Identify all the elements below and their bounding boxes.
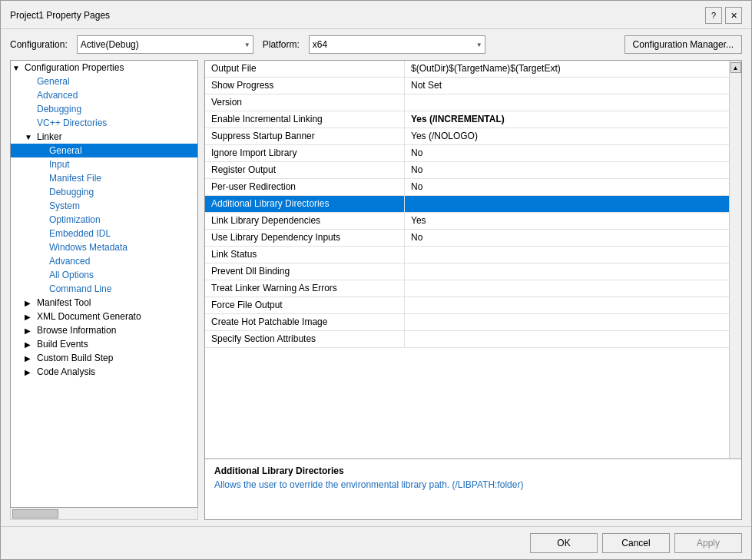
prop-row[interactable]: Create Hot Patchable Image [205,314,729,331]
prop-name: Link Library Dependencies [205,213,405,229]
prop-row[interactable]: Force File Output [205,297,729,314]
tree-item-linker-advanced[interactable]: Advanced [11,254,197,268]
tree-item-linker-optimization[interactable]: Optimization [11,213,197,227]
tree-expander-custom-build-step: ▶ [25,354,37,363]
platform-select[interactable]: x64 [309,35,485,54]
help-button[interactable]: ? [705,7,722,24]
tree-item-linker-manifest[interactable]: Manifest File [11,171,197,185]
tree-item-advanced[interactable]: Advanced [11,88,197,102]
tree-label-manifest-tool: Manifest Tool [37,297,91,308]
tree-label-linker-embedded-idl: Embedded IDL [49,228,111,239]
tree-item-custom-build-step[interactable]: ▶Custom Build Step [11,351,197,365]
apply-button[interactable]: Apply [674,533,742,553]
props-grid: Output File$(OutDir)$(TargetName)$(Targe… [205,61,729,458]
property-pages-dialog: Project1 Property Pages ? ✕ Configuratio… [0,0,752,560]
prop-name: Enable Incremental Linking [205,111,405,128]
tree-item-linker-general[interactable]: General [11,144,197,157]
prop-row[interactable]: Show ProgressNot Set [205,78,729,94]
tree-expander-config-props: ▼ [12,64,25,72]
tree-item-linker-embedded-idl[interactable]: Embedded IDL [11,227,197,240]
tree-expander-linker: ▼ [25,133,37,141]
prop-row[interactable]: Register OutputNo [205,162,729,179]
prop-value: Not Set [405,78,729,94]
tree-label-linker: Linker [37,131,62,142]
tree-item-linker-input[interactable]: Input [11,157,197,171]
dialog-title: Project1 Property Pages [10,10,110,21]
prop-value: $(OutDir)$(TargetName)$(TargetExt) [405,61,729,77]
title-bar: Project1 Property Pages ? ✕ [1,1,751,29]
tree-label-linker-all-options: All Options [49,270,94,280]
tree-item-manifest-tool[interactable]: ▶Manifest Tool [11,296,197,310]
prop-row[interactable]: Additional Library Directories [205,196,729,213]
close-button[interactable]: ✕ [725,7,742,24]
prop-value [405,314,729,330]
tree-item-linker-system[interactable]: System [11,199,197,213]
prop-row[interactable]: Per-user RedirectionNo [205,179,729,196]
prop-name: Link Status [205,247,405,263]
prop-value [405,331,729,347]
prop-row[interactable]: Prevent Dll Binding [205,263,729,280]
configuration-select[interactable]: Active(Debug) [77,35,253,54]
tree-item-code-analysis[interactable]: ▶Code Analysis [11,365,197,379]
description-text: Allows the user to override the environm… [214,479,732,490]
tree-label-general: General [37,76,70,87]
config-select-wrapper: Active(Debug) ▼ [77,35,253,54]
prop-value [405,196,729,212]
tree-item-config-props[interactable]: ▼Configuration Properties [11,61,197,75]
props-scrollbar[interactable]: ▲ [729,61,741,458]
tree-label-linker-command-line: Command Line [49,283,111,294]
platform-select-wrapper: x64 ▼ [309,35,485,54]
main-content: ▼Configuration PropertiesGeneralAdvanced… [1,60,751,526]
title-bar-controls: ? ✕ [705,7,742,24]
tree-label-linker-advanced: Advanced [49,256,90,267]
tree-item-debugging[interactable]: Debugging [11,102,197,116]
tree-item-linker-command-line[interactable]: Command Line [11,282,197,296]
tree-horizontal-scrollbar[interactable] [10,508,198,520]
prop-row[interactable]: Suppress Startup BannerYes (/NOLOGO) [205,128,729,145]
prop-row[interactable]: Enable Incremental LinkingYes (/INCREMEN… [205,111,729,128]
tree-expander-xml-doc-gen: ▶ [25,313,37,321]
prop-row[interactable]: Ignore Import LibraryNo [205,145,729,162]
tree-label-build-events: Build Events [37,339,88,350]
prop-value [405,94,729,111]
tree-item-xml-doc-gen[interactable]: ▶XML Document Generato [11,310,197,323]
toolbar: Configuration: Active(Debug) ▼ Platform:… [1,29,751,60]
prop-row[interactable]: Version [205,94,729,111]
prop-value: No [405,145,729,161]
tree-item-linker-debugging[interactable]: Debugging [11,185,197,199]
prop-row[interactable]: Use Library Dependency InputsNo [205,230,729,247]
prop-value: No [405,179,729,195]
tree-item-build-events[interactable]: ▶Build Events [11,337,197,351]
tree-scroll-thumb [12,509,58,519]
prop-value: Yes (/NOLOGO) [405,128,729,144]
tree-item-linker-windows-metadata[interactable]: Windows Metadata [11,240,197,254]
tree-label-vcpp-dirs: VC++ Directories [37,118,107,128]
prop-row[interactable]: Output File$(OutDir)$(TargetName)$(Targe… [205,61,729,78]
prop-row[interactable]: Link Status [205,247,729,263]
prop-name: Additional Library Directories [205,196,405,212]
properties-panel: Output File$(OutDir)$(TargetName)$(Targe… [204,60,742,520]
tree-item-linker-all-options[interactable]: All Options [11,268,197,282]
tree-expander-build-events: ▶ [25,340,37,349]
tree-label-xml-doc-gen: XML Document Generato [37,311,141,322]
tree-panel: ▼Configuration PropertiesGeneralAdvanced… [10,60,198,508]
tree-item-general[interactable]: General [11,75,197,88]
scroll-up-button[interactable]: ▲ [730,62,741,73]
tree-item-browse-info[interactable]: ▶Browse Information [11,323,197,337]
tree-item-vcpp-dirs[interactable]: VC++ Directories [11,116,197,130]
tree-item-linker[interactable]: ▼Linker [11,130,197,144]
prop-row[interactable]: Treat Linker Warning As Errors [205,280,729,297]
prop-name: Prevent Dll Binding [205,263,405,280]
description-panel: Additional Library Directories Allows th… [205,458,741,519]
prop-row[interactable]: Specify Section Attributes [205,331,729,348]
prop-row[interactable]: Link Library DependenciesYes [205,213,729,230]
bottom-bar: OK Cancel Apply [1,526,751,559]
cancel-button[interactable]: Cancel [602,533,670,553]
tree-expander-manifest-tool: ▶ [25,299,37,307]
description-title: Additional Library Directories [214,466,732,476]
prop-name: Force File Output [205,297,405,313]
config-manager-button[interactable]: Configuration Manager... [624,35,742,54]
prop-value [405,247,729,263]
prop-name: Register Output [205,162,405,178]
ok-button[interactable]: OK [530,533,598,553]
